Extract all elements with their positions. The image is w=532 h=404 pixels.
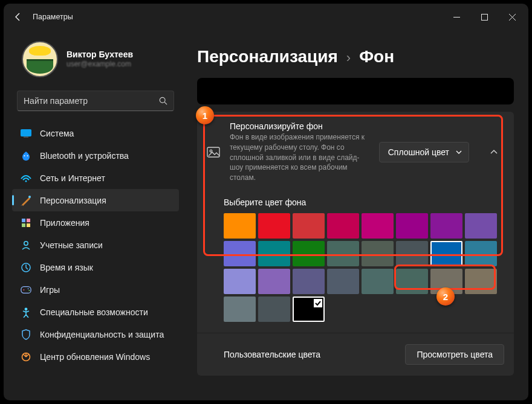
color-swatch[interactable] bbox=[327, 241, 359, 266]
svg-point-20 bbox=[210, 150, 212, 152]
nav-icon bbox=[21, 128, 31, 139]
nav-icon bbox=[21, 307, 31, 318]
color-swatch[interactable] bbox=[465, 269, 497, 294]
sidebar-item[interactable]: Система bbox=[12, 122, 179, 144]
color-swatch[interactable] bbox=[396, 269, 428, 294]
sidebar-item-label: Конфиденциальность и защита bbox=[40, 330, 164, 339]
view-colors-button-label: Просмотреть цвета bbox=[417, 350, 493, 359]
nav-icon bbox=[21, 195, 31, 206]
svg-point-5 bbox=[27, 155, 28, 156]
color-swatch[interactable] bbox=[396, 241, 428, 266]
sidebar-item-label: Специальные возможности bbox=[40, 307, 148, 317]
color-swatch[interactable] bbox=[465, 241, 497, 266]
sidebar-item-label: Учетные записи bbox=[40, 240, 103, 250]
color-swatch[interactable] bbox=[396, 213, 428, 239]
color-swatch[interactable] bbox=[258, 213, 290, 239]
view-colors-button[interactable]: Просмотреть цвета bbox=[405, 344, 504, 365]
sidebar-item[interactable]: Время и язык bbox=[12, 256, 179, 278]
svg-rect-11 bbox=[27, 223, 30, 227]
color-swatch[interactable] bbox=[224, 297, 256, 322]
color-swatch[interactable] bbox=[362, 213, 394, 239]
card-header: Персонализируйте фон Фон в виде изображе… bbox=[197, 112, 514, 193]
picture-icon bbox=[207, 146, 220, 159]
color-picker-label: Выберите цвет фона bbox=[224, 197, 504, 207]
svg-rect-21 bbox=[314, 299, 322, 307]
nav-icon bbox=[21, 284, 31, 295]
close-button[interactable] bbox=[498, 4, 526, 30]
svg-rect-8 bbox=[22, 219, 25, 222]
color-swatch[interactable] bbox=[327, 213, 359, 239]
svg-point-1 bbox=[160, 97, 165, 103]
sidebar-item[interactable]: Сеть и Интернет bbox=[12, 167, 179, 189]
svg-rect-9 bbox=[27, 219, 30, 222]
settings-window: Параметры Виктор Бухтеев user@example.co… bbox=[4, 4, 528, 400]
sidebar-item[interactable]: Центр обновления Windows bbox=[12, 345, 179, 368]
color-swatch[interactable] bbox=[293, 269, 325, 294]
breadcrumb-root[interactable]: Персонализация bbox=[197, 47, 338, 66]
sidebar-item[interactable]: Bluetooth и устройства bbox=[12, 144, 179, 167]
search-placeholder: Найти параметр bbox=[24, 96, 159, 106]
page-title: Фон bbox=[359, 47, 394, 66]
check-icon bbox=[314, 299, 322, 307]
color-swatch[interactable] bbox=[430, 213, 462, 239]
svg-point-7 bbox=[28, 196, 31, 198]
sidebar-item[interactable]: Специальные возможности bbox=[12, 301, 179, 323]
color-swatch[interactable] bbox=[430, 269, 462, 294]
svg-point-4 bbox=[24, 155, 25, 156]
maximize-button[interactable] bbox=[470, 4, 498, 30]
personalize-background-card: Персонализируйте фон Фон в виде изображе… bbox=[197, 112, 514, 376]
card-description: Фон в виде изображения применяется к тек… bbox=[230, 132, 369, 183]
breadcrumb: Персонализация › Фон bbox=[192, 30, 519, 78]
avatar bbox=[22, 41, 58, 77]
background-type-dropdown[interactable]: Сплошной цвет bbox=[379, 142, 469, 162]
color-picker-section: Выберите цвет фона bbox=[197, 193, 514, 333]
color-swatch[interactable] bbox=[362, 269, 394, 294]
window-title: Параметры bbox=[33, 13, 73, 21]
sidebar-item[interactable]: Персонализация bbox=[12, 189, 179, 211]
nav-icon bbox=[21, 262, 31, 273]
sidebar-item-label: Приложения bbox=[40, 218, 89, 228]
sidebar-item[interactable]: Учетные записи bbox=[12, 234, 179, 256]
color-swatch[interactable] bbox=[293, 297, 325, 322]
nav-icon bbox=[21, 217, 31, 228]
color-swatch[interactable] bbox=[293, 241, 325, 266]
nav-icon bbox=[21, 329, 31, 340]
back-button[interactable] bbox=[6, 5, 30, 29]
svg-point-15 bbox=[28, 288, 29, 289]
color-swatch[interactable] bbox=[224, 213, 256, 239]
search-icon bbox=[159, 97, 167, 105]
user-card[interactable]: Виктор Бухтеев user@example.com bbox=[8, 30, 183, 91]
svg-point-16 bbox=[29, 290, 30, 291]
sidebar-item[interactable]: Конфиденциальность и защита bbox=[12, 323, 179, 345]
color-swatch[interactable] bbox=[258, 297, 290, 322]
sidebar-item[interactable]: Приложения bbox=[12, 211, 179, 234]
sidebar: Виктор Бухтеев user@example.com Найти па… bbox=[4, 30, 187, 400]
close-icon bbox=[509, 14, 516, 21]
user-name: Виктор Бухтеев bbox=[66, 50, 133, 60]
sidebar-item[interactable]: Игры bbox=[12, 278, 179, 301]
color-swatch[interactable] bbox=[430, 241, 462, 266]
color-swatch[interactable] bbox=[362, 241, 394, 266]
collapse-button[interactable] bbox=[484, 142, 504, 162]
nav-icon bbox=[21, 150, 31, 161]
nav-icon bbox=[21, 240, 31, 251]
user-email: user@example.com bbox=[66, 60, 133, 69]
custom-colors-row: Пользовательские цвета Просмотреть цвета bbox=[197, 333, 514, 376]
nav-icon bbox=[21, 351, 31, 362]
color-swatch[interactable] bbox=[327, 269, 359, 294]
color-swatch[interactable] bbox=[465, 213, 497, 239]
chevron-down-icon bbox=[455, 149, 462, 156]
color-swatch[interactable] bbox=[258, 241, 290, 266]
color-grid bbox=[224, 213, 504, 322]
titlebar: Параметры bbox=[4, 4, 528, 30]
minimize-button[interactable] bbox=[443, 4, 470, 30]
search-input[interactable]: Найти параметр bbox=[17, 91, 174, 111]
svg-rect-3 bbox=[24, 136, 28, 137]
sidebar-item-label: Персонализация bbox=[40, 196, 106, 205]
color-swatch[interactable] bbox=[224, 269, 256, 294]
user-meta: Виктор Бухтеев user@example.com bbox=[66, 50, 133, 69]
color-swatch[interactable] bbox=[224, 241, 256, 266]
color-swatch[interactable] bbox=[293, 213, 325, 239]
color-swatch[interactable] bbox=[258, 269, 290, 294]
sidebar-item-label: Время и язык bbox=[40, 263, 93, 272]
